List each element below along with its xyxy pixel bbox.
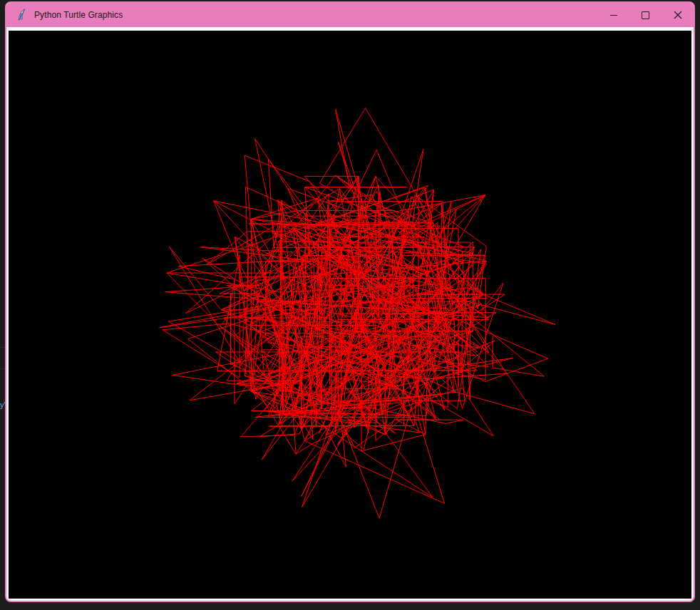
- tk-feather-icon: [16, 9, 27, 21]
- background-window-edge: [0, 368, 5, 369]
- close-x-icon: [674, 11, 682, 19]
- titlebar[interactable]: Python Turtle Graphics: [6, 3, 694, 27]
- window-controls: [597, 3, 694, 27]
- maximize-square-icon: [642, 11, 649, 19]
- close-button[interactable]: [662, 3, 694, 27]
- background-window-edge: [0, 347, 5, 348]
- background-text-fragment: y': [0, 400, 5, 412]
- minimize-dash-icon: [610, 15, 617, 16]
- turtle-graphics-window: Python Turtle Graphics: [5, 1, 695, 602]
- turtle-drawing: [9, 31, 691, 599]
- maximize-button[interactable]: [629, 3, 662, 27]
- minimize-button[interactable]: [597, 3, 629, 27]
- turtle-canvas[interactable]: [9, 31, 691, 599]
- window-title: Python Turtle Graphics: [34, 10, 123, 20]
- desktop: { "desktop": { "background": "#1c1c1c", …: [0, 0, 700, 610]
